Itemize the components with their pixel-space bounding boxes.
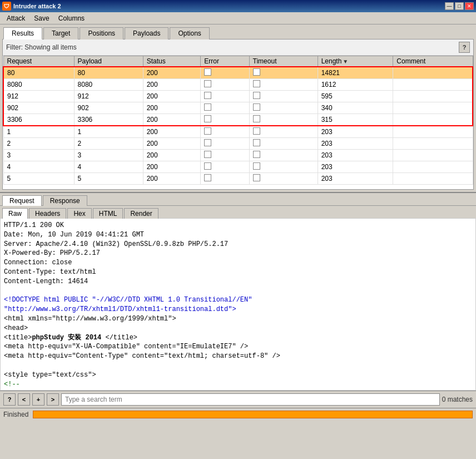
- col-header-request[interactable]: Request: [3, 56, 74, 67]
- cell-error-checkbox[interactable]: [204, 115, 211, 122]
- cell-timeout[interactable]: [249, 79, 318, 91]
- cell-length: 203: [318, 126, 393, 138]
- cell-timeout[interactable]: [249, 91, 318, 102]
- menu-attack[interactable]: Attack: [2, 13, 29, 23]
- col-header-error[interactable]: Error: [201, 56, 249, 67]
- col-header-payload[interactable]: Payload: [74, 56, 143, 67]
- cell-timeout-checkbox[interactable]: [253, 162, 260, 170]
- cell-timeout-checkbox[interactable]: [253, 151, 260, 158]
- table-row[interactable]: 33200203: [3, 150, 473, 161]
- cell-timeout-checkbox[interactable]: [253, 127, 260, 135]
- col-header-comment[interactable]: Comment: [393, 56, 473, 67]
- cell-request: 5: [3, 173, 74, 185]
- search-next-button[interactable]: >: [47, 393, 59, 406]
- cell-error-checkbox[interactable]: [204, 139, 211, 146]
- table-row[interactable]: 902902200340: [3, 102, 473, 114]
- cell-timeout[interactable]: [249, 102, 318, 114]
- col-header-length[interactable]: Length ▼: [318, 56, 393, 67]
- search-prev-button[interactable]: <: [18, 393, 30, 406]
- cell-error[interactable]: [201, 138, 249, 150]
- cell-timeout-checkbox[interactable]: [253, 80, 260, 87]
- cell-payload: 5: [74, 173, 143, 185]
- code-area[interactable]: HTTP/1.1 200 OKDate: Mon, 10 Jun 2019 04…: [0, 218, 476, 391]
- tab-response[interactable]: Response: [43, 195, 87, 206]
- cell-timeout[interactable]: [249, 173, 318, 185]
- cell-timeout-checkbox[interactable]: [253, 103, 260, 111]
- cell-error-checkbox[interactable]: [204, 80, 211, 87]
- cell-timeout-checkbox[interactable]: [253, 68, 260, 76]
- cell-length: 340: [318, 102, 393, 114]
- menu-columns[interactable]: Columns: [54, 13, 89, 23]
- window-title: Intruder attack 2: [13, 3, 61, 9]
- cell-timeout[interactable]: [249, 126, 318, 138]
- menu-save[interactable]: Save: [29, 13, 53, 23]
- cell-length: 14821: [318, 67, 393, 79]
- cell-error-checkbox[interactable]: [204, 162, 211, 170]
- cell-error-checkbox[interactable]: [204, 92, 211, 99]
- tab-target[interactable]: Target: [43, 27, 78, 40]
- cell-request: 1: [3, 126, 74, 138]
- search-help-button[interactable]: ?: [3, 393, 16, 406]
- table-row[interactable]: 33063306200315: [3, 114, 473, 126]
- tab-raw[interactable]: Raw: [2, 208, 28, 219]
- tab-request[interactable]: Request: [2, 195, 42, 206]
- code-line: <!DOCTYPE html PUBLIC "-//W3C//DTD XHTML…: [4, 295, 472, 305]
- code-line: <title>phpStudy 安装 2014 </title>: [4, 333, 472, 343]
- cell-error[interactable]: [201, 150, 249, 161]
- tab-results[interactable]: Results: [3, 27, 42, 40]
- tab-hex[interactable]: Hex: [67, 208, 91, 219]
- cell-comment: [393, 114, 473, 126]
- results-table-wrapper[interactable]: Request Payload Status Error Timeout Len…: [3, 56, 473, 189]
- tab-html[interactable]: HTML: [93, 208, 123, 219]
- cell-error[interactable]: [201, 79, 249, 91]
- table-row[interactable]: 11200203: [3, 126, 473, 138]
- cell-timeout-checkbox[interactable]: [253, 174, 260, 181]
- table-row[interactable]: 912912200595: [3, 91, 473, 102]
- table-row[interactable]: 44200203: [3, 161, 473, 173]
- cell-error[interactable]: [201, 91, 249, 102]
- cell-error-checkbox[interactable]: [204, 68, 211, 76]
- tab-positions[interactable]: Positions: [80, 27, 123, 40]
- table-row[interactable]: 55200203: [3, 173, 473, 185]
- cell-timeout[interactable]: [249, 67, 318, 79]
- cell-error[interactable]: [201, 126, 249, 138]
- cell-error-checkbox[interactable]: [204, 151, 211, 158]
- col-header-timeout[interactable]: Timeout: [249, 56, 318, 67]
- cell-error[interactable]: [201, 173, 249, 185]
- table-row[interactable]: 808020014821: [3, 67, 473, 79]
- cell-payload: 902: [74, 102, 143, 114]
- search-bar: ? < + > 0 matches: [0, 391, 476, 408]
- tab-payloads[interactable]: Payloads: [125, 27, 168, 40]
- maximize-button[interactable]: □: [455, 2, 464, 10]
- minimize-button[interactable]: —: [445, 2, 454, 10]
- cell-error[interactable]: [201, 102, 249, 114]
- tab-options[interactable]: Options: [170, 27, 209, 40]
- col-header-status[interactable]: Status: [143, 56, 201, 67]
- cell-error[interactable]: [201, 67, 249, 79]
- tab-render[interactable]: Render: [124, 208, 158, 219]
- table-row[interactable]: 808080802001612: [3, 79, 473, 91]
- search-add-button[interactable]: +: [32, 393, 44, 406]
- cell-error-checkbox[interactable]: [204, 127, 211, 135]
- cell-timeout[interactable]: [249, 150, 318, 161]
- cell-timeout[interactable]: [249, 161, 318, 173]
- table-row[interactable]: 22200203: [3, 138, 473, 150]
- cell-timeout-checkbox[interactable]: [253, 92, 260, 99]
- cell-comment: [393, 150, 473, 161]
- filter-help-button[interactable]: ?: [459, 42, 470, 53]
- cell-error-checkbox[interactable]: [204, 174, 211, 181]
- tab-headers[interactable]: Headers: [29, 208, 66, 219]
- close-button[interactable]: ✕: [465, 2, 474, 10]
- cell-error[interactable]: [201, 114, 249, 126]
- cell-timeout-checkbox[interactable]: [253, 115, 260, 122]
- cell-error-checkbox[interactable]: [204, 103, 211, 111]
- code-line: Date: Mon, 10 Jun 2019 04:41:21 GMT: [4, 230, 472, 240]
- cell-error[interactable]: [201, 161, 249, 173]
- cell-comment: [393, 67, 473, 79]
- cell-timeout[interactable]: [249, 114, 318, 126]
- cell-timeout[interactable]: [249, 138, 318, 150]
- cell-payload: 4: [74, 161, 143, 173]
- search-input[interactable]: [61, 393, 440, 406]
- cell-timeout-checkbox[interactable]: [253, 139, 260, 146]
- code-line: X-Powered-By: PHP/5.2.17: [4, 249, 472, 258]
